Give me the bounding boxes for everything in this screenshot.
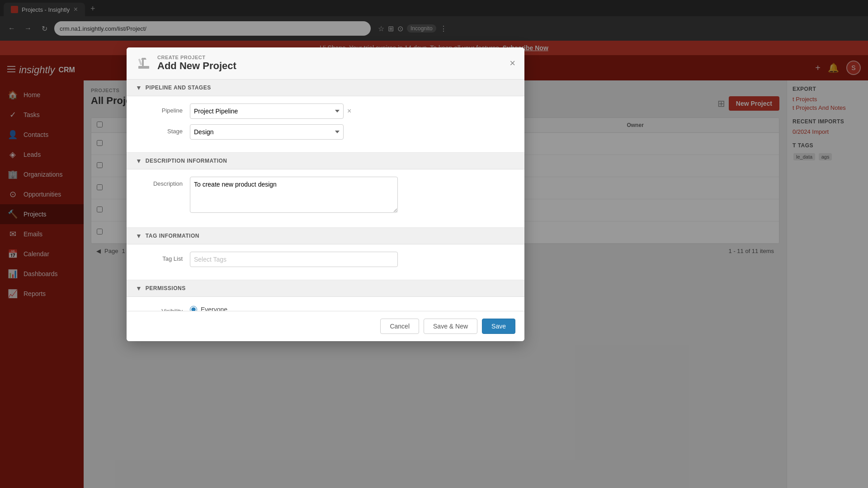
modal-title: Add New Project: [157, 60, 236, 72]
modal-footer: Cancel Save & New Save: [127, 311, 524, 341]
tags-section-title: TAG INFORMATION: [146, 233, 199, 239]
create-project-modal: CREATE PROJECT Add New Project × ▼ PIPEL…: [127, 47, 524, 341]
visibility-label: Visibility: [136, 304, 190, 311]
description-section-body: Description To create new product design: [127, 169, 524, 228]
visibility-control: Everyone Only the record owner ? Select …: [190, 304, 515, 311]
description-textarea[interactable]: To create new product design: [190, 177, 398, 213]
modal-header-text: CREATE PROJECT Add New Project: [157, 55, 236, 72]
pipeline-label: Pipeline: [136, 103, 190, 114]
permissions-section-title: PERMISSIONS: [146, 285, 186, 291]
modal-header: CREATE PROJECT Add New Project ×: [127, 47, 524, 80]
tags-input[interactable]: [190, 252, 398, 267]
visibility-everyone-label: Everyone: [201, 306, 227, 311]
modal-close-button[interactable]: ×: [509, 58, 515, 68]
stage-control: Design: [190, 124, 515, 140]
permissions-section-body: Visibility Everyone Only the record owne…: [127, 297, 524, 311]
svg-marker-5: [141, 58, 146, 60]
modal-body: ▼ PIPELINE AND STAGES Pipeline Project P…: [127, 80, 524, 311]
pipeline-row: Pipeline Project Pipeline ×: [136, 103, 515, 119]
visibility-radio-group: Everyone Only the record owner ? Select …: [190, 304, 515, 311]
permissions-section-header: ▼ PERMISSIONS: [127, 280, 524, 297]
visibility-everyone-radio[interactable]: [190, 306, 197, 311]
description-section-header: ▼ DESCRIPTION INFORMATION: [127, 153, 524, 169]
pipeline-control: Project Pipeline ×: [190, 103, 515, 119]
create-label: CREATE PROJECT: [157, 55, 236, 60]
description-label: Description: [136, 177, 190, 187]
tags-control: [190, 252, 515, 267]
cancel-button[interactable]: Cancel: [380, 319, 419, 334]
description-section-title: DESCRIPTION INFORMATION: [146, 158, 227, 164]
pipeline-section-body: Pipeline Project Pipeline × Stage Design: [127, 96, 524, 153]
pipeline-select[interactable]: Project Pipeline: [190, 103, 344, 119]
stage-row: Stage Design: [136, 124, 515, 140]
description-chevron-icon[interactable]: ▼: [136, 157, 142, 164]
description-row: Description To create new product design: [136, 177, 515, 215]
save-button[interactable]: Save: [482, 319, 515, 334]
pipeline-section-title: PIPELINE AND STAGES: [146, 84, 211, 91]
pipeline-clear-button[interactable]: ×: [347, 107, 351, 115]
pipeline-section-header: ▼ PIPELINE AND STAGES: [127, 80, 524, 96]
tags-chevron-icon[interactable]: ▼: [136, 232, 142, 239]
stage-label: Stage: [136, 124, 190, 135]
tags-label: Tag List: [136, 252, 190, 262]
description-control: To create new product design: [190, 177, 515, 215]
pipeline-select-wrapper: Project Pipeline ×: [190, 103, 353, 119]
pipeline-chevron-icon[interactable]: ▼: [136, 84, 142, 91]
visibility-everyone-option[interactable]: Everyone: [190, 306, 515, 311]
save-and-new-button[interactable]: Save & New: [424, 319, 477, 334]
permissions-chevron-icon[interactable]: ▼: [136, 285, 142, 292]
tags-section-header: ▼ TAG INFORMATION: [127, 228, 524, 244]
visibility-row: Visibility Everyone Only the record owne…: [136, 304, 515, 311]
project-modal-icon: [136, 55, 152, 71]
svg-rect-4: [142, 60, 144, 66]
svg-rect-3: [138, 66, 149, 69]
stage-select[interactable]: Design: [190, 124, 344, 140]
tags-section-body: Tag List: [127, 244, 524, 280]
tags-row: Tag List: [136, 252, 515, 267]
